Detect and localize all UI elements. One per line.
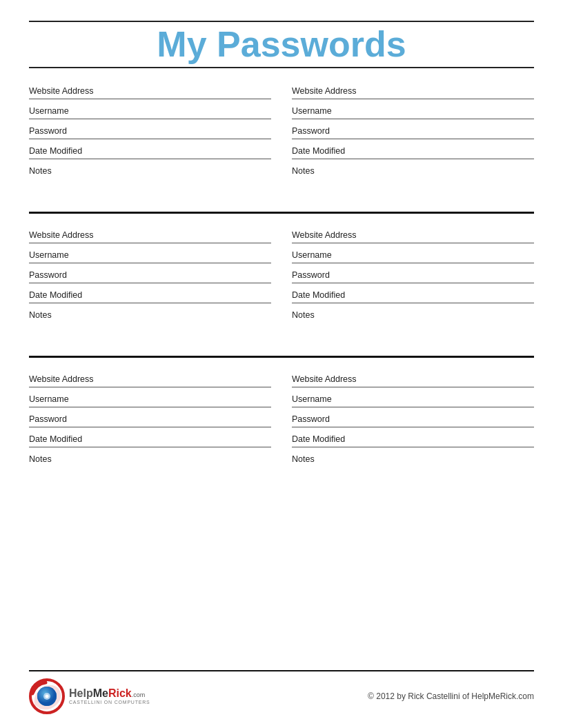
date-label-3r: Date Modified bbox=[292, 429, 534, 447]
footer: Help Me Rick .com CASTELLINI ON COMPUTER… bbox=[29, 670, 534, 714]
date-line-3r bbox=[292, 447, 534, 447]
website-line-1l bbox=[29, 99, 271, 99]
logo-me-text: Me bbox=[93, 687, 108, 700]
username-label-3l: Username bbox=[29, 389, 271, 407]
logo-tagline-text: CASTELLINI ON COMPUTERS bbox=[69, 700, 150, 705]
section-divider-2 bbox=[29, 356, 534, 358]
username-label-1l: Username bbox=[29, 101, 271, 119]
website-line-3r bbox=[292, 387, 534, 387]
date-line-3l bbox=[29, 447, 271, 447]
field-username-3r: Username bbox=[292, 389, 534, 409]
field-username-2l: Username bbox=[29, 245, 271, 265]
field-notes-1l: Notes bbox=[29, 161, 271, 196]
field-date-2r: Date Modified bbox=[292, 285, 534, 305]
website-line-2r bbox=[292, 243, 534, 243]
logo-rick-text: Rick bbox=[108, 687, 132, 700]
entry-1-right: Website Address Username Password Date M… bbox=[292, 81, 534, 196]
website-label-1l: Website Address bbox=[29, 81, 271, 99]
password-line-2r bbox=[292, 283, 534, 283]
website-label-3l: Website Address bbox=[29, 369, 271, 387]
field-password-2r: Password bbox=[292, 265, 534, 285]
logo-svg bbox=[29, 678, 65, 714]
field-password-3l: Password bbox=[29, 409, 271, 429]
field-username-1l: Username bbox=[29, 101, 271, 121]
logo-help-text: Help bbox=[69, 687, 93, 700]
entry-1-left: Website Address Username Password Date M… bbox=[29, 81, 271, 196]
top-rule bbox=[29, 21, 534, 22]
field-notes-2l: Notes bbox=[29, 305, 271, 341]
field-website-2l: Website Address bbox=[29, 225, 271, 245]
website-line-1r bbox=[292, 99, 534, 99]
password-line-1r bbox=[292, 139, 534, 139]
svg-point-4 bbox=[46, 695, 49, 698]
field-date-2l: Date Modified bbox=[29, 285, 271, 305]
field-notes-3l: Notes bbox=[29, 449, 271, 485]
website-label-2l: Website Address bbox=[29, 225, 271, 243]
field-website-3r: Website Address bbox=[292, 369, 534, 389]
password-line-3r bbox=[292, 427, 534, 427]
page: My Passwords Website Address Username Pa… bbox=[0, 0, 563, 728]
username-label-2l: Username bbox=[29, 245, 271, 263]
password-label-3l: Password bbox=[29, 409, 271, 427]
notes-label-3r: Notes bbox=[292, 449, 534, 485]
username-label-2r: Username bbox=[292, 245, 534, 263]
date-line-1l bbox=[29, 159, 271, 159]
password-line-3l bbox=[29, 427, 271, 427]
username-line-3r bbox=[292, 407, 534, 407]
password-label-2r: Password bbox=[292, 265, 534, 283]
entry-3-right: Website Address Username Password Date M… bbox=[292, 369, 534, 485]
password-line-2l bbox=[29, 283, 271, 283]
field-notes-2r: Notes bbox=[292, 305, 534, 341]
username-label-3r: Username bbox=[292, 389, 534, 407]
password-label-3r: Password bbox=[292, 409, 534, 427]
date-line-2l bbox=[29, 303, 271, 303]
notes-label-2r: Notes bbox=[292, 305, 534, 341]
website-label-3r: Website Address bbox=[292, 369, 534, 387]
website-label-2r: Website Address bbox=[292, 225, 534, 243]
logo-image bbox=[29, 678, 65, 714]
copyright-text: © 2012 by Rick Castellini of HelpMeRick.… bbox=[368, 691, 534, 701]
date-line-1r bbox=[292, 159, 534, 159]
logo-com-text: .com bbox=[132, 692, 146, 699]
field-date-1l: Date Modified bbox=[29, 141, 271, 161]
field-username-3l: Username bbox=[29, 389, 271, 409]
username-line-1r bbox=[292, 119, 534, 119]
notes-label-2l: Notes bbox=[29, 305, 271, 341]
field-website-1r: Website Address bbox=[292, 81, 534, 101]
password-label-2l: Password bbox=[29, 265, 271, 283]
notes-label-1l: Notes bbox=[29, 161, 271, 196]
section-3-grid: Website Address Username Password Date M… bbox=[29, 369, 534, 485]
bottom-title-rule bbox=[29, 67, 534, 68]
logo-text-block: Help Me Rick .com CASTELLINI ON COMPUTER… bbox=[69, 687, 150, 705]
field-notes-3r: Notes bbox=[292, 449, 534, 485]
website-line-3l bbox=[29, 387, 271, 387]
website-label-1r: Website Address bbox=[292, 81, 534, 99]
date-label-1l: Date Modified bbox=[29, 141, 271, 159]
date-line-2r bbox=[292, 303, 534, 303]
entry-3-left: Website Address Username Password Date M… bbox=[29, 369, 271, 485]
logo: Help Me Rick .com CASTELLINI ON COMPUTER… bbox=[29, 678, 150, 714]
field-website-3l: Website Address bbox=[29, 369, 271, 389]
field-date-1r: Date Modified bbox=[292, 141, 534, 161]
date-label-2r: Date Modified bbox=[292, 285, 534, 303]
password-label-1l: Password bbox=[29, 121, 271, 139]
field-username-2r: Username bbox=[292, 245, 534, 265]
date-label-2l: Date Modified bbox=[29, 285, 271, 303]
username-line-1l bbox=[29, 119, 271, 119]
password-line-1l bbox=[29, 139, 271, 139]
field-password-1l: Password bbox=[29, 121, 271, 141]
field-date-3l: Date Modified bbox=[29, 429, 271, 449]
date-label-1r: Date Modified bbox=[292, 141, 534, 159]
field-date-3r: Date Modified bbox=[292, 429, 534, 449]
field-username-1r: Username bbox=[292, 101, 534, 121]
username-line-2r bbox=[292, 263, 534, 263]
section-1-grid: Website Address Username Password Date M… bbox=[29, 81, 534, 196]
section-divider-1 bbox=[29, 212, 534, 214]
notes-label-1r: Notes bbox=[292, 161, 534, 196]
username-line-2l bbox=[29, 263, 271, 263]
field-notes-1r: Notes bbox=[292, 161, 534, 196]
logo-brand: Help Me Rick .com bbox=[69, 687, 150, 700]
field-password-1r: Password bbox=[292, 121, 534, 141]
username-label-1r: Username bbox=[292, 101, 534, 119]
field-website-2r: Website Address bbox=[292, 225, 534, 245]
